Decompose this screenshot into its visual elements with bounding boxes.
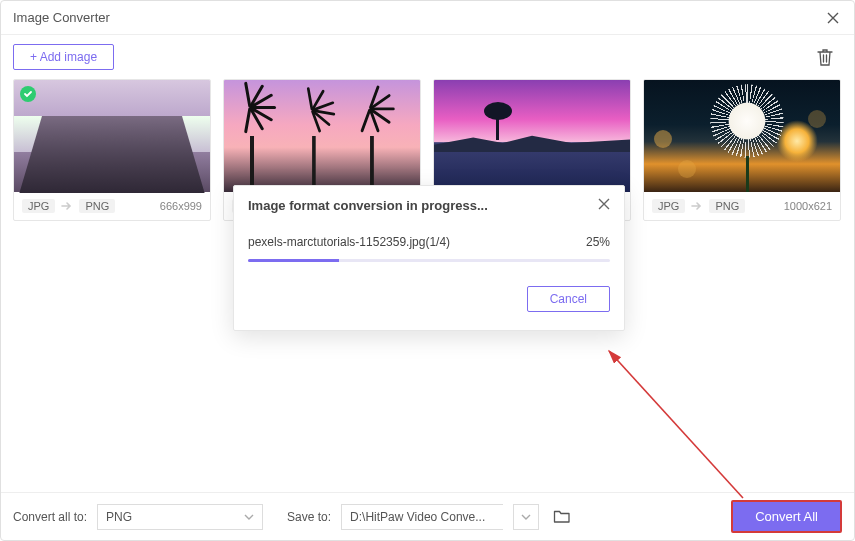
target-format: PNG (79, 199, 115, 213)
window-title: Image Converter (13, 10, 824, 25)
convert-all-label: Convert all to: (13, 510, 87, 524)
delete-button[interactable] (816, 47, 836, 67)
selected-badge (20, 86, 36, 102)
cancel-button-label: Cancel (550, 292, 587, 306)
image-dimensions: 666x999 (160, 200, 202, 212)
progress-bar-fill (248, 259, 339, 262)
dialog-title: Image format conversion in progress... (248, 198, 598, 213)
folder-icon (553, 508, 571, 524)
save-to-label: Save to: (287, 510, 331, 524)
arrow-right-icon (691, 201, 703, 211)
save-path-value: D:\HitPaw Video Conve... (350, 510, 485, 524)
chevron-down-icon (521, 514, 531, 520)
image-thumbnail (434, 80, 630, 192)
cancel-button[interactable]: Cancel (527, 286, 610, 312)
toolbar: + Add image (1, 35, 854, 79)
save-path-dropdown-button[interactable] (513, 504, 539, 530)
arrow-right-icon (61, 201, 73, 211)
image-thumbnail (14, 80, 210, 192)
progress-dialog: Image format conversion in progress... p… (233, 185, 625, 331)
output-format-select[interactable]: PNG (97, 504, 263, 530)
image-thumbnail (224, 80, 420, 192)
image-thumbnail (644, 80, 840, 192)
source-format: JPG (22, 199, 55, 213)
image-meta: JPG PNG 666x999 (14, 192, 210, 220)
convert-all-button-label: Convert All (755, 509, 818, 524)
target-format: PNG (709, 199, 745, 213)
source-format: JPG (652, 199, 685, 213)
progress-bar-track (248, 259, 610, 262)
add-image-button[interactable]: + Add image (13, 44, 114, 70)
image-card[interactable]: JPG PNG 1000x621 (643, 79, 841, 221)
footer-bar: Convert all to: PNG Save to: D:\HitPaw V… (1, 492, 854, 540)
image-card[interactable]: JPG PNG 666x999 (13, 79, 211, 221)
chevron-down-icon (244, 514, 254, 520)
progress-filename: pexels-marctutorials-1152359.jpg(1/4) (248, 235, 450, 249)
title-bar: Image Converter (1, 1, 854, 35)
convert-all-button[interactable]: Convert All (731, 500, 842, 533)
browse-folder-button[interactable] (553, 508, 571, 526)
window-close-button[interactable] (824, 9, 842, 27)
close-icon (598, 198, 610, 210)
trash-icon (816, 47, 834, 67)
dialog-close-button[interactable] (598, 198, 610, 213)
save-path-select[interactable]: D:\HitPaw Video Conve... (341, 504, 503, 530)
close-icon (827, 12, 839, 24)
check-icon (23, 89, 33, 99)
add-image-label: + Add image (30, 50, 97, 64)
app-window: Image Converter + Add image JPG (0, 0, 855, 541)
output-format-value: PNG (106, 510, 132, 524)
progress-percent: 25% (586, 235, 610, 249)
image-meta: JPG PNG 1000x621 (644, 192, 840, 220)
image-dimensions: 1000x621 (784, 200, 832, 212)
